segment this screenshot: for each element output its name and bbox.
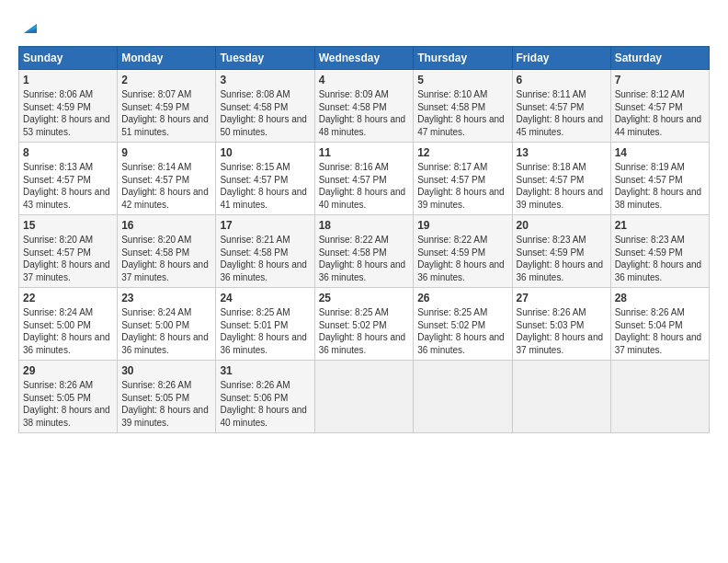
calendar-body: 1Sunrise: 8:06 AMSunset: 4:59 PMDaylight… <box>19 70 710 433</box>
day-info: Sunrise: 8:24 AMSunset: 5:00 PMDaylight:… <box>23 306 113 356</box>
day-info: Sunrise: 8:06 AMSunset: 4:59 PMDaylight:… <box>23 88 113 138</box>
calendar-cell: 20Sunrise: 8:23 AMSunset: 4:59 PMDayligh… <box>512 215 610 288</box>
calendar-cell: 25Sunrise: 8:25 AMSunset: 5:02 PMDayligh… <box>314 288 414 361</box>
calendar-cell: 21Sunrise: 8:23 AMSunset: 4:59 PMDayligh… <box>610 215 709 288</box>
calendar-week-row: 15Sunrise: 8:20 AMSunset: 4:57 PMDayligh… <box>19 215 710 288</box>
day-info: Sunrise: 8:26 AMSunset: 5:05 PMDaylight:… <box>121 379 211 429</box>
header <box>18 17 710 37</box>
day-info: Sunrise: 8:26 AMSunset: 5:04 PMDaylight:… <box>615 306 705 356</box>
calendar-cell: 6Sunrise: 8:11 AMSunset: 4:57 PMDaylight… <box>512 70 610 143</box>
calendar-cell: 28Sunrise: 8:26 AMSunset: 5:04 PMDayligh… <box>610 288 709 361</box>
day-number: 12 <box>417 146 507 159</box>
day-number: 1 <box>23 74 113 86</box>
day-info: Sunrise: 8:22 AMSunset: 4:59 PMDaylight:… <box>417 234 507 283</box>
day-number: 20 <box>517 219 607 232</box>
day-number: 3 <box>220 74 310 86</box>
day-number: 28 <box>615 292 705 304</box>
calendar-cell <box>512 361 610 433</box>
day-info: Sunrise: 8:09 AMSunset: 4:58 PMDaylight:… <box>319 88 410 138</box>
day-number: 16 <box>121 219 211 232</box>
day-info: Sunrise: 8:26 AMSunset: 5:03 PMDaylight:… <box>517 306 607 356</box>
calendar-cell: 24Sunrise: 8:25 AMSunset: 5:01 PMDayligh… <box>216 288 314 361</box>
calendar-cell <box>414 361 512 433</box>
calendar-cell: 10Sunrise: 8:15 AMSunset: 4:57 PMDayligh… <box>216 143 314 215</box>
day-number: 21 <box>615 219 705 232</box>
logo-icon <box>20 17 40 37</box>
calendar-cell: 16Sunrise: 8:20 AMSunset: 4:58 PMDayligh… <box>118 215 216 288</box>
calendar-cell: 4Sunrise: 8:09 AMSunset: 4:58 PMDaylight… <box>314 70 414 143</box>
calendar-cell: 13Sunrise: 8:18 AMSunset: 4:57 PMDayligh… <box>512 143 610 215</box>
calendar-cell <box>610 361 709 433</box>
calendar-header-row: SundayMondayTuesdayWednesdayThursdayFrid… <box>19 47 710 70</box>
calendar-cell: 5Sunrise: 8:10 AMSunset: 4:58 PMDaylight… <box>414 70 512 143</box>
calendar-cell: 2Sunrise: 8:07 AMSunset: 4:59 PMDaylight… <box>118 70 216 143</box>
day-header-friday: Friday <box>512 47 610 70</box>
day-info: Sunrise: 8:25 AMSunset: 5:02 PMDaylight:… <box>417 306 507 356</box>
calendar-cell: 9Sunrise: 8:14 AMSunset: 4:57 PMDaylight… <box>118 143 216 215</box>
logo-text <box>18 17 40 37</box>
calendar-cell: 18Sunrise: 8:22 AMSunset: 4:58 PMDayligh… <box>314 215 414 288</box>
day-info: Sunrise: 8:23 AMSunset: 4:59 PMDaylight:… <box>517 234 607 283</box>
day-number: 17 <box>220 219 310 232</box>
day-header-wednesday: Wednesday <box>314 47 414 70</box>
day-info: Sunrise: 8:17 AMSunset: 4:57 PMDaylight:… <box>417 161 507 211</box>
calendar-cell: 15Sunrise: 8:20 AMSunset: 4:57 PMDayligh… <box>19 215 118 288</box>
day-number: 6 <box>517 74 607 86</box>
day-info: Sunrise: 8:25 AMSunset: 5:02 PMDaylight:… <box>319 306 410 356</box>
day-info: Sunrise: 8:26 AMSunset: 5:05 PMDaylight:… <box>23 379 113 429</box>
calendar-cell: 17Sunrise: 8:21 AMSunset: 4:58 PMDayligh… <box>216 215 314 288</box>
day-number: 2 <box>121 74 211 86</box>
day-header-sunday: Sunday <box>19 47 118 70</box>
day-info: Sunrise: 8:26 AMSunset: 5:06 PMDaylight:… <box>220 379 310 429</box>
calendar-week-row: 8Sunrise: 8:13 AMSunset: 4:57 PMDaylight… <box>19 143 710 215</box>
day-number: 27 <box>517 292 607 304</box>
calendar-cell: 8Sunrise: 8:13 AMSunset: 4:57 PMDaylight… <box>19 143 118 215</box>
day-info: Sunrise: 8:18 AMSunset: 4:57 PMDaylight:… <box>517 161 607 211</box>
day-number: 19 <box>417 219 507 232</box>
calendar-cell: 3Sunrise: 8:08 AMSunset: 4:58 PMDaylight… <box>216 70 314 143</box>
day-number: 24 <box>220 292 310 304</box>
day-info: Sunrise: 8:16 AMSunset: 4:57 PMDaylight:… <box>319 161 410 211</box>
day-info: Sunrise: 8:07 AMSunset: 4:59 PMDaylight:… <box>121 88 211 138</box>
day-number: 18 <box>319 219 410 232</box>
day-header-saturday: Saturday <box>610 47 709 70</box>
day-info: Sunrise: 8:15 AMSunset: 4:57 PMDaylight:… <box>220 161 310 211</box>
day-info: Sunrise: 8:24 AMSunset: 5:00 PMDaylight:… <box>121 306 211 356</box>
day-number: 31 <box>220 364 310 377</box>
day-number: 23 <box>121 292 211 304</box>
calendar-cell: 22Sunrise: 8:24 AMSunset: 5:00 PMDayligh… <box>19 288 118 361</box>
calendar-week-row: 29Sunrise: 8:26 AMSunset: 5:05 PMDayligh… <box>19 361 710 433</box>
day-number: 10 <box>220 146 310 159</box>
day-header-thursday: Thursday <box>414 47 512 70</box>
day-number: 14 <box>615 146 705 159</box>
day-info: Sunrise: 8:25 AMSunset: 5:01 PMDaylight:… <box>220 306 310 356</box>
day-info: Sunrise: 8:14 AMSunset: 4:57 PMDaylight:… <box>121 161 211 211</box>
calendar-week-row: 1Sunrise: 8:06 AMSunset: 4:59 PMDaylight… <box>19 70 710 143</box>
calendar-table: SundayMondayTuesdayWednesdayThursdayFrid… <box>18 46 710 433</box>
day-number: 22 <box>23 292 113 304</box>
day-info: Sunrise: 8:23 AMSunset: 4:59 PMDaylight:… <box>615 234 705 283</box>
day-header-monday: Monday <box>118 47 216 70</box>
day-info: Sunrise: 8:08 AMSunset: 4:58 PMDaylight:… <box>220 88 310 138</box>
day-number: 30 <box>121 364 211 377</box>
day-number: 8 <box>23 146 113 159</box>
calendar-cell: 14Sunrise: 8:19 AMSunset: 4:57 PMDayligh… <box>610 143 709 215</box>
day-number: 25 <box>319 292 410 304</box>
day-header-tuesday: Tuesday <box>216 47 314 70</box>
calendar-cell <box>314 361 414 433</box>
day-number: 9 <box>121 146 211 159</box>
calendar-cell: 27Sunrise: 8:26 AMSunset: 5:03 PMDayligh… <box>512 288 610 361</box>
calendar-cell: 30Sunrise: 8:26 AMSunset: 5:05 PMDayligh… <box>118 361 216 433</box>
day-info: Sunrise: 8:19 AMSunset: 4:57 PMDaylight:… <box>615 161 705 211</box>
day-info: Sunrise: 8:12 AMSunset: 4:57 PMDaylight:… <box>615 88 705 138</box>
calendar-cell: 12Sunrise: 8:17 AMSunset: 4:57 PMDayligh… <box>414 143 512 215</box>
calendar-cell: 19Sunrise: 8:22 AMSunset: 4:59 PMDayligh… <box>414 215 512 288</box>
day-number: 13 <box>517 146 607 159</box>
calendar-cell: 11Sunrise: 8:16 AMSunset: 4:57 PMDayligh… <box>314 143 414 215</box>
calendar-week-row: 22Sunrise: 8:24 AMSunset: 5:00 PMDayligh… <box>19 288 710 361</box>
calendar-cell: 26Sunrise: 8:25 AMSunset: 5:02 PMDayligh… <box>414 288 512 361</box>
day-info: Sunrise: 8:11 AMSunset: 4:57 PMDaylight:… <box>517 88 607 138</box>
calendar-cell: 29Sunrise: 8:26 AMSunset: 5:05 PMDayligh… <box>19 361 118 433</box>
day-number: 29 <box>23 364 113 377</box>
page: SundayMondayTuesdayWednesdayThursdayFrid… <box>0 0 728 563</box>
